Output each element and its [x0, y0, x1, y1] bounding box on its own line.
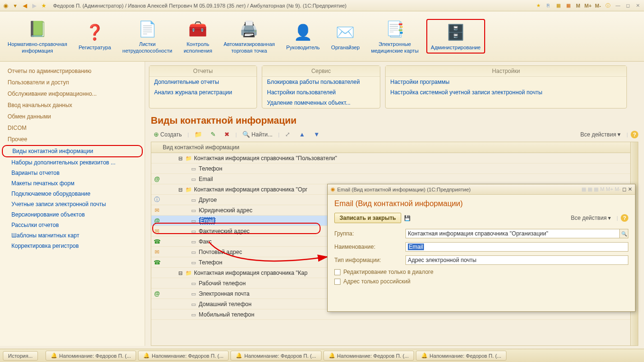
- row-type-icon: ☎: [151, 238, 163, 245]
- dialog-app-icon: ◉: [331, 186, 335, 192]
- info-icon[interactable]: ⓘ: [604, 2, 612, 9]
- sidebar-group[interactable]: Отчеты по администрированию: [2, 65, 143, 77]
- folder-button[interactable]: 📁: [192, 130, 205, 139]
- save-icon[interactable]: 💾: [404, 215, 411, 221]
- panel-link[interactable]: Удаление помеченных объект...: [262, 98, 380, 108]
- taskbar-reminder[interactable]: 🔔Напоминание: Федоров П. (...: [138, 351, 229, 361]
- dropdown-icon[interactable]: ▾: [11, 2, 19, 9]
- minimize-icon[interactable]: —: [614, 2, 622, 9]
- toolbar-label: Листкинетрудоспособности: [122, 41, 172, 54]
- down-button[interactable]: ▼: [311, 130, 322, 139]
- checkbox-russian-only[interactable]: Адрес только российский: [334, 278, 628, 285]
- toolbar-Руководитель[interactable]: 👤Руководитель: [282, 20, 323, 53]
- forward-icon[interactable]: ▶: [30, 2, 38, 9]
- panel-link[interactable]: Анализ журнала регистрации: [149, 87, 257, 98]
- dialog-all-actions[interactable]: Все действия▾: [568, 214, 614, 222]
- dialog-restore-icon[interactable]: ◻: [622, 186, 626, 192]
- sidebar-item[interactable]: Наборы дополнительных реквизитов ...: [2, 157, 143, 168]
- toolbar-Электронные[interactable]: 📑Электронныемедицинские карты: [367, 17, 422, 55]
- dialog-close-icon[interactable]: ✕: [628, 186, 632, 192]
- dialog-title-bar[interactable]: ◉ Email (Вид контактной информации) (1С:…: [328, 184, 635, 195]
- toolbar-Регистратура[interactable]: ❓Регистратура: [75, 20, 115, 53]
- tree-item[interactable]: @▭Email: [151, 174, 638, 184]
- sidebar-item[interactable]: Подключаемое оборудование: [2, 189, 143, 199]
- calc-icon[interactable]: ▦: [554, 2, 562, 9]
- group-input[interactable]: Контактная информация справочника "Орган…: [405, 229, 620, 238]
- find-button[interactable]: 🔍Найти...: [239, 130, 275, 139]
- expand-icon[interactable]: ⊟: [177, 155, 184, 162]
- history-button[interactable]: История...: [3, 351, 38, 361]
- diag-button[interactable]: ⤢: [282, 130, 293, 139]
- sidebar-group[interactable]: Ввод начальных данных: [2, 100, 143, 111]
- expand-icon[interactable]: ⊟: [177, 270, 184, 276]
- sidebar-item[interactable]: Виды контактной информации: [2, 145, 143, 157]
- help-icon[interactable]: ?: [631, 131, 638, 138]
- panel-link[interactable]: Настройка системной учетной записи элект…: [386, 87, 626, 98]
- toolbar-Листки[interactable]: 📄Листкинетрудоспособности: [119, 17, 176, 55]
- sidebar-group[interactable]: DICOM: [2, 122, 143, 134]
- sidebar-group[interactable]: Прочее: [2, 134, 143, 145]
- up-button[interactable]: ▲: [296, 130, 308, 139]
- fav-icon[interactable]: ★: [534, 2, 543, 9]
- panel-link[interactable]: Настройки пользователей: [262, 87, 380, 98]
- tree-group[interactable]: ⊟📁Контактная информация справочника "Пол…: [151, 153, 638, 163]
- expand-icon[interactable]: ⊟: [177, 187, 184, 193]
- checkbox-edit-dialog[interactable]: Редактирование только в диалоге: [334, 269, 628, 275]
- dialog-cal-icon[interactable]: ▦: [588, 186, 592, 192]
- sidebar-group[interactable]: Обслуживание информационно...: [2, 88, 143, 100]
- type-input[interactable]: Адрес электронной почты: [405, 255, 628, 265]
- sidebar-item[interactable]: Рассылки отчетов: [2, 220, 143, 230]
- toolbar-Нормативно-справочная[interactable]: 📗Нормативно-справочнаяинформация: [4, 17, 71, 55]
- toolbar-Администрирование[interactable]: 🗄️Администрирование: [426, 19, 486, 54]
- all-actions-button[interactable]: Все действия▾: [578, 130, 624, 139]
- taskbar-reminder[interactable]: 🔔Напоминание: Федоров П. (...: [323, 351, 414, 361]
- calendar-icon[interactable]: ▦: [564, 2, 572, 9]
- bell-icon: 🔔: [51, 353, 57, 359]
- create-button[interactable]: ⊕Создать: [151, 130, 185, 139]
- panel-title: Настройки: [386, 66, 626, 77]
- dialog-help-icon[interactable]: ?: [621, 214, 628, 222]
- toolbar-label: Администрирование: [431, 45, 481, 51]
- checkbox-icon[interactable]: [334, 269, 340, 275]
- dialog-calc-icon[interactable]: ▦: [581, 186, 586, 192]
- toolbar-Органайзер[interactable]: ✉️Органайзер: [327, 20, 363, 53]
- sidebar-item[interactable]: Учетные записи электронной почты: [2, 199, 143, 209]
- dialog-mminus[interactable]: M-: [615, 186, 621, 192]
- sidebar-group[interactable]: Обмен данными: [2, 111, 143, 122]
- link-icon[interactable]: ⎘: [544, 2, 552, 9]
- group-lookup-button[interactable]: 🔍: [620, 229, 628, 238]
- taskbar-reminder[interactable]: 🔔Напоминание: Федоров П. (...: [416, 351, 506, 361]
- save-close-button[interactable]: Записать и закрыть: [334, 213, 401, 223]
- panel-link[interactable]: Блокировка работы пользователей: [262, 77, 380, 87]
- sidebar-item[interactable]: Корректировка регистров: [2, 241, 143, 251]
- sidebar-item[interactable]: Версионирование объектов: [2, 209, 143, 220]
- back-icon[interactable]: ◀: [21, 2, 28, 9]
- close-icon[interactable]: ✕: [634, 2, 642, 9]
- sidebar-group[interactable]: Пользователи и доступ: [2, 77, 143, 88]
- dialog-cal2-icon[interactable]: ▦: [594, 186, 598, 192]
- delete-button[interactable]: ✖: [221, 130, 232, 139]
- column-header[interactable]: Вид контактной информации: [151, 142, 638, 153]
- dialog-mplus[interactable]: M+: [606, 186, 614, 192]
- toolbar-Автоматизированная[interactable]: 🖨️Автоматизированнаяторговая точка: [220, 17, 278, 55]
- mplus-button[interactable]: M+: [584, 2, 592, 9]
- mminus-button[interactable]: M-: [594, 2, 602, 9]
- sidebar-item[interactable]: Варианты отчетов: [2, 168, 143, 178]
- maximize-icon[interactable]: ◻: [624, 2, 632, 9]
- taskbar-reminder[interactable]: 🔔Напоминание: Федоров П. (...: [46, 351, 136, 361]
- edit-button[interactable]: ✎: [208, 130, 219, 139]
- taskbar-reminder[interactable]: 🔔Напоминание: Федоров П. (...: [230, 351, 321, 361]
- m-button[interactable]: M: [574, 2, 582, 9]
- toolbar-icon: 🧰: [187, 18, 208, 39]
- panel-link[interactable]: Настройки программы: [386, 77, 626, 87]
- tree-item[interactable]: ▭Телефон: [151, 163, 638, 174]
- panel-link[interactable]: Дополнительные отчеты: [149, 77, 257, 87]
- checkbox-icon[interactable]: [334, 279, 340, 285]
- dialog-m[interactable]: M: [600, 186, 604, 192]
- sidebar-item[interactable]: Шаблоны магнитных карт: [2, 230, 143, 241]
- name-input[interactable]: Email: [405, 242, 628, 252]
- toolbar-icon: 📑: [385, 18, 405, 39]
- sidebar-item[interactable]: Макеты печатных форм: [2, 178, 143, 189]
- star-icon[interactable]: ★: [40, 2, 47, 9]
- toolbar-Контроль[interactable]: 🧰Контрольисполнения: [180, 17, 216, 55]
